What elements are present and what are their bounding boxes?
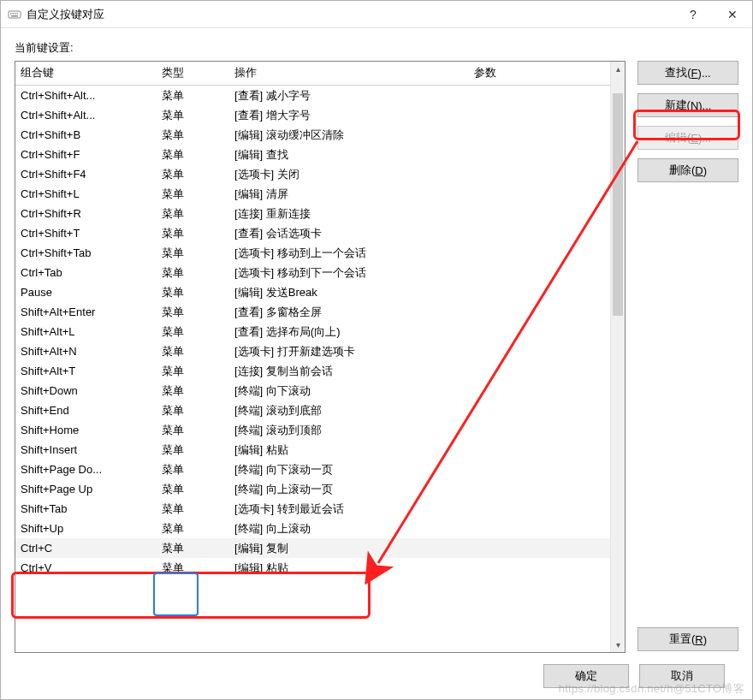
- cell-type: 菜单: [157, 184, 229, 204]
- cell-type: 菜单: [157, 282, 229, 302]
- cell-param: [469, 361, 610, 381]
- table-row[interactable]: Shift+Alt+Enter菜单[查看] 多窗格全屏: [15, 302, 610, 322]
- cell-type: 菜单: [157, 381, 229, 400]
- svg-rect-1: [10, 13, 12, 15]
- table-row[interactable]: Shift+Page Do...菜单[终端] 向下滚动一页: [15, 460, 610, 479]
- svg-rect-3: [15, 13, 16, 15]
- cell-op: [查看] 减小字号: [229, 86, 469, 106]
- cell-op: [终端] 滚动到底部: [229, 400, 469, 420]
- cell-key: Ctrl+Tab: [15, 263, 157, 282]
- table-row[interactable]: Pause菜单[编辑] 发送Break: [15, 282, 610, 302]
- titlebar: 自定义按键对应 ? ✕: [1, 1, 752, 28]
- table-row[interactable]: Ctrl+V菜单[编辑] 粘贴: [15, 558, 610, 578]
- col-op-header[interactable]: 操作: [229, 62, 469, 86]
- cell-op: [连接] 复制当前会话: [229, 361, 469, 381]
- window-title: 自定义按键对应: [27, 7, 673, 22]
- col-key-header[interactable]: 组合键: [15, 62, 157, 86]
- cell-op: [查看] 会话选项卡: [229, 223, 469, 243]
- find-button[interactable]: 查找(F)...: [637, 61, 738, 85]
- scroll-thumb[interactable]: [613, 93, 623, 316]
- cell-op: [终端] 向下滚动: [229, 381, 469, 400]
- vertical-scrollbar[interactable]: ▴ ▾: [610, 62, 625, 652]
- cell-type: 菜单: [157, 538, 229, 558]
- cell-param: [469, 223, 610, 243]
- cell-key: Shift+Alt+Enter: [15, 302, 157, 322]
- new-button[interactable]: 新建(N)...: [637, 93, 738, 117]
- reset-button[interactable]: 重置(R): [637, 627, 738, 651]
- cell-op: [终端] 向上滚动一页: [229, 479, 469, 499]
- cancel-button-label: 取消: [671, 668, 693, 684]
- table-row[interactable]: Ctrl+Shift+R菜单[连接] 重新连接: [15, 204, 610, 223]
- cell-key: Ctrl+C: [15, 538, 157, 558]
- dialog-footer: 确定 取消: [15, 653, 738, 699]
- reset-button-label: 重置(: [669, 632, 695, 647]
- cell-op: [选项卡] 关闭: [229, 164, 469, 184]
- table-row[interactable]: Shift+Page Up菜单[终端] 向上滚动一页: [15, 479, 610, 499]
- cell-key: Ctrl+Shift+Alt...: [15, 86, 157, 106]
- cell-param: [469, 381, 610, 400]
- key-list[interactable]: 组合键 类型 操作 参数 Ctrl+Shift+Alt...菜单[查看] 减小字…: [15, 62, 610, 652]
- ok-button[interactable]: 确定: [543, 664, 629, 688]
- dialog-window: 自定义按键对应 ? ✕ 当前键设置: 组合键: [0, 0, 753, 700]
- cell-op: [终端] 向上滚动: [229, 519, 469, 538]
- cancel-button[interactable]: 取消: [639, 664, 725, 688]
- cell-op: [终端] 滚动到顶部: [229, 420, 469, 440]
- side-buttons: 查找(F)... 新建(N)... 编辑(E)... 删除(D) 重置(R): [637, 61, 738, 653]
- scroll-up-icon[interactable]: ▴: [611, 62, 625, 76]
- table-row[interactable]: Ctrl+Shift+B菜单[编辑] 滚动缓冲区清除: [15, 125, 610, 145]
- cell-op: [查看] 选择布局(向上): [229, 322, 469, 341]
- table-row[interactable]: Ctrl+Shift+T菜单[查看] 会话选项卡: [15, 223, 610, 243]
- find-button-label: 查找(: [665, 65, 691, 80]
- cell-key: Shift+Insert: [15, 440, 157, 460]
- cell-type: 菜单: [157, 499, 229, 519]
- table-row[interactable]: Ctrl+Shift+Alt...菜单[查看] 增大字号: [15, 105, 610, 125]
- table-row[interactable]: Ctrl+Shift+F菜单[编辑] 查找: [15, 145, 610, 164]
- cell-key: Shift+Alt+L: [15, 322, 157, 341]
- title-buttons: ? ✕: [673, 1, 752, 28]
- cell-type: 菜单: [157, 164, 229, 184]
- cell-key: Ctrl+Shift+B: [15, 125, 157, 145]
- cell-key: Ctrl+Shift+F4: [15, 164, 157, 184]
- table-row[interactable]: Shift+Down菜单[终端] 向下滚动: [15, 381, 610, 400]
- cell-op: [编辑] 复制: [229, 538, 469, 558]
- cell-type: 菜单: [157, 460, 229, 479]
- cell-key: Shift+Home: [15, 420, 157, 440]
- cell-type: 菜单: [157, 223, 229, 243]
- cell-param: [469, 400, 610, 420]
- table-row[interactable]: Ctrl+Tab菜单[选项卡] 移动到下一个会话: [15, 263, 610, 282]
- table-row[interactable]: Shift+Tab菜单[选项卡] 转到最近会话: [15, 499, 610, 519]
- close-button[interactable]: ✕: [713, 1, 752, 28]
- col-type-header[interactable]: 类型: [157, 62, 229, 86]
- cell-op: [选项卡] 打开新建选项卡: [229, 341, 469, 361]
- table-row[interactable]: Shift+Home菜单[终端] 滚动到顶部: [15, 420, 610, 440]
- table-row[interactable]: Ctrl+Shift+F4菜单[选项卡] 关闭: [15, 164, 610, 184]
- cell-param: [469, 341, 610, 361]
- table-row[interactable]: Shift+End菜单[终端] 滚动到底部: [15, 400, 610, 420]
- scroll-track[interactable]: [611, 76, 625, 638]
- key-list-frame: 组合键 类型 操作 参数 Ctrl+Shift+Alt...菜单[查看] 减小字…: [15, 61, 626, 653]
- table-row[interactable]: Ctrl+Shift+Alt...菜单[查看] 减小字号: [15, 86, 610, 106]
- cell-param: [469, 125, 610, 145]
- table-row[interactable]: Shift+Alt+L菜单[查看] 选择布局(向上): [15, 322, 610, 341]
- col-param-header[interactable]: 参数: [469, 62, 610, 86]
- table-row[interactable]: Ctrl+Shift+Tab菜单[选项卡] 移动到上一个会话: [15, 243, 610, 263]
- cell-param: [469, 538, 610, 558]
- edit-button[interactable]: 编辑(E)...: [637, 126, 738, 150]
- table-row[interactable]: Ctrl+Shift+L菜单[编辑] 清屏: [15, 184, 610, 204]
- cell-type: 菜单: [157, 243, 229, 263]
- cell-op: [编辑] 清屏: [229, 184, 469, 204]
- help-button[interactable]: ?: [673, 1, 713, 28]
- cell-param: [469, 263, 610, 282]
- table-row[interactable]: Shift+Insert菜单[编辑] 粘贴: [15, 440, 610, 460]
- cell-op: [选项卡] 转到最近会话: [229, 499, 469, 519]
- delete-button[interactable]: 删除(D): [637, 158, 738, 182]
- cell-param: [469, 499, 610, 519]
- cell-type: 菜单: [157, 440, 229, 460]
- table-row[interactable]: Ctrl+C菜单[编辑] 复制: [15, 538, 610, 558]
- table-row[interactable]: Shift+Alt+N菜单[选项卡] 打开新建选项卡: [15, 341, 610, 361]
- scroll-down-icon[interactable]: ▾: [611, 638, 625, 652]
- table-row[interactable]: Shift+Alt+T菜单[连接] 复制当前会话: [15, 361, 610, 381]
- svg-rect-0: [9, 11, 21, 18]
- cell-param: [469, 302, 610, 322]
- table-row[interactable]: Shift+Up菜单[终端] 向上滚动: [15, 519, 610, 538]
